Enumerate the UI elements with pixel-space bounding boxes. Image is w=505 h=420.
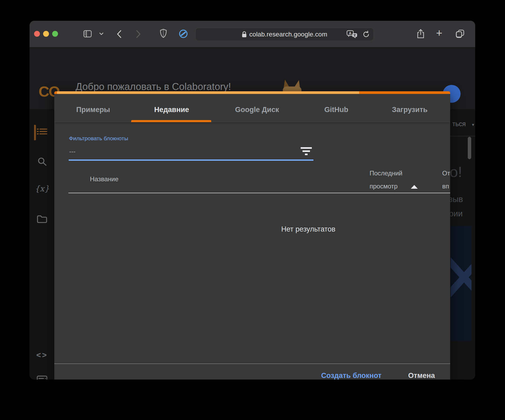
create-notebook-button[interactable]: Создать блокнот [321,372,382,380]
active-tab-underline [131,120,211,122]
dialog-tab-bar: Примеры Недавние Google Диск GitHub Загр… [54,94,450,122]
forward-button[interactable] [135,30,142,39]
tab-examples[interactable]: Примеры [76,106,110,114]
sidebar-chevron-icon[interactable] [99,32,104,36]
filter-label: Фильтровать блокноты [69,135,128,142]
loading-progress-bar [54,91,450,94]
browser-toolbar: colab.research.google.com A [30,21,475,47]
column-header-name[interactable]: Название [90,175,118,183]
svg-text:A: A [349,31,351,35]
url-text: colab.research.google.com [249,31,327,38]
filter-icon[interactable] [301,147,312,156]
code-snippets-icon[interactable]: <> [36,349,48,361]
minimize-window-button[interactable] [43,31,49,37]
sidebar-toggle-icon[interactable] [83,29,92,38]
empty-results-message: Нет результатов [281,225,350,233]
reload-icon[interactable] [362,31,370,38]
files-folder-icon[interactable] [36,213,48,225]
background-heading-fragment: о! [450,163,462,180]
lock-icon [242,31,247,38]
filter-input-underline [69,159,313,161]
tab-overview-icon[interactable] [455,29,465,39]
variables-icon[interactable]: {x} [36,182,48,195]
video-thumbnail[interactable] [451,226,471,341]
close-window-button[interactable] [34,31,40,37]
table-of-contents-icon[interactable] [36,126,48,138]
tab-github[interactable]: GitHub [324,106,348,114]
tab-google-drive[interactable]: Google Диск [235,106,279,114]
sort-ascending-icon[interactable] [411,185,418,189]
zoom-window-button[interactable] [52,31,58,37]
browser-window: colab.research.google.com A [30,21,475,380]
table-header-divider [68,193,450,193]
privacy-shield-icon[interactable] [160,29,167,38]
column-header-last-viewed[interactable]: Последний [370,170,403,177]
open-notebook-dialog: Примеры Недавние Google Диск GitHub Загр… [54,91,450,380]
chevron-down-icon: ▾ [472,122,474,127]
page-header-divider [450,136,475,136]
tab-recent[interactable]: Недавние [154,106,189,114]
welcome-heading: Добро пожаловать в Colaboratory! [76,81,231,92]
back-button[interactable] [116,30,122,39]
new-tab-button[interactable]: + [436,28,442,38]
column-header-first-opened-clipped[interactable]: вп [442,183,449,190]
dialog-footer-divider [54,364,450,364]
search-icon[interactable] [36,156,48,168]
background-text-fragment: рии [449,209,463,219]
filter-input[interactable] [69,146,298,157]
terminal-icon[interactable] [36,373,48,380]
share-icon[interactable] [417,29,425,39]
signup-link-fragment[interactable]: ться [452,120,466,128]
translate-icon[interactable]: A [346,30,358,39]
background-text-fragment: зыв [449,195,463,204]
active-sidebar-indicator [34,125,36,140]
cancel-button[interactable]: Отмена [408,372,435,380]
column-header-first-opened-clipped[interactable]: От [442,170,450,177]
content-blocker-icon[interactable] [179,29,188,39]
column-header-last-viewed[interactable]: просмотр [370,183,398,190]
tab-upload[interactable]: Загрузить [392,106,428,114]
colab-page-background: CO Добро пожаловать в Colaboratory! ться… [30,48,475,380]
page-scrollbar-thumb[interactable] [468,137,471,159]
corgi-image [280,80,306,92]
address-bar[interactable]: colab.research.google.com A [195,28,374,41]
